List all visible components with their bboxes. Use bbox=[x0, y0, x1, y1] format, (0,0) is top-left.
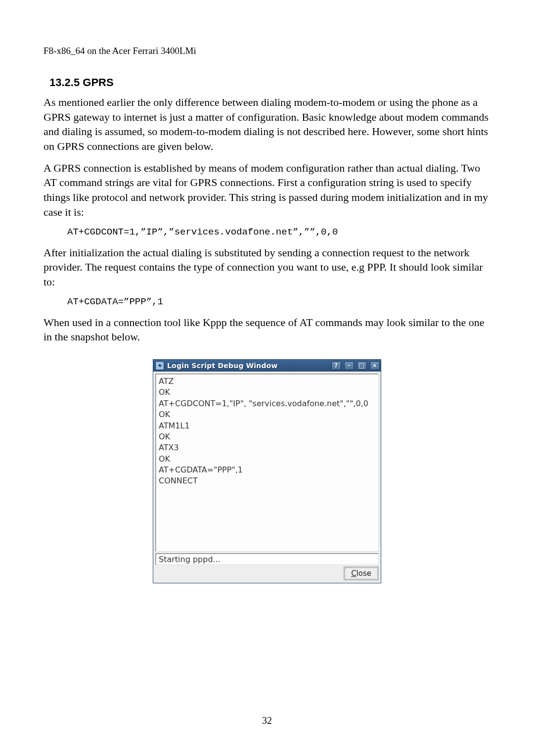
running-header: F8-x86_64 on the Acer Ferrari 3400LMi bbox=[44, 46, 490, 56]
log-output: ATZ OK AT+CGDCONT=1,"IP", "services.voda… bbox=[155, 374, 379, 552]
paragraph-1: As mentioned earlier the only difference… bbox=[44, 95, 490, 154]
help-icon[interactable]: ? bbox=[331, 361, 341, 370]
document-page: F8-x86_64 on the Acer Ferrari 3400LMi 13… bbox=[0, 0, 534, 583]
page-number: 32 bbox=[0, 715, 534, 726]
paragraph-3: After initialization the actual dialing … bbox=[44, 245, 490, 289]
dialog-window: ✦ Login Script Debug Window ? – □ × ATZ … bbox=[153, 359, 381, 583]
window-title: Login Script Debug Window bbox=[167, 362, 328, 370]
paragraph-4: When used in a connection tool like Kppp… bbox=[44, 315, 490, 344]
close-icon[interactable]: × bbox=[370, 361, 380, 370]
close-button[interactable]: Close bbox=[345, 567, 378, 579]
app-icon: ✦ bbox=[155, 361, 164, 370]
titlebar[interactable]: ✦ Login Script Debug Window ? – □ × bbox=[153, 360, 381, 372]
maximize-icon[interactable]: □ bbox=[357, 361, 367, 370]
window-body: ATZ OK AT+CGDCONT=1,"IP", "services.voda… bbox=[153, 372, 381, 583]
paragraph-2: A GPRS connection is established by mean… bbox=[44, 161, 490, 220]
minimize-icon[interactable]: – bbox=[344, 361, 354, 370]
embedded-screenshot: ✦ Login Script Debug Window ? – □ × ATZ … bbox=[153, 359, 381, 583]
button-row: Close bbox=[155, 565, 379, 581]
section-heading: 13.2.5 GPRS bbox=[49, 76, 490, 89]
code-block-1: AT+CGDCONT=1,”IP”,”services.vodafone.net… bbox=[67, 227, 490, 237]
status-line: Starting pppd... bbox=[155, 553, 379, 565]
code-block-2: AT+CGDATA=”PPP”,1 bbox=[67, 296, 490, 307]
